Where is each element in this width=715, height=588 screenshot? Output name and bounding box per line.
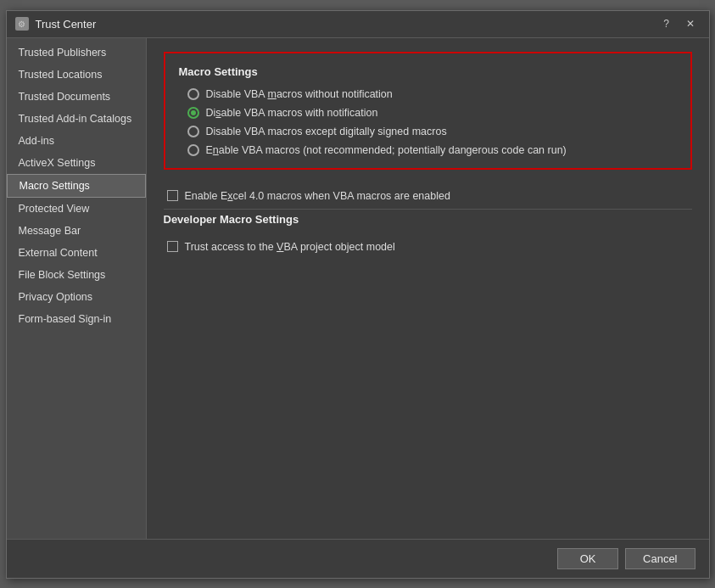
sidebar: Trusted Publishers Trusted Locations Tru… xyxy=(7,38,147,539)
dialog-icon: ⚙ xyxy=(15,17,29,31)
radio-circle-disable-notify xyxy=(187,107,199,119)
sidebar-item-macro-settings[interactable]: Macro Settings xyxy=(7,174,146,198)
sidebar-item-privacy-options[interactable]: Privacy Options xyxy=(7,286,146,308)
excel-macros-row: Enable Excel 4.0 macros when VBA macros … xyxy=(164,183,692,210)
sidebar-item-protected-view[interactable]: Protected View xyxy=(7,198,146,220)
macro-settings-title: Macro Settings xyxy=(179,65,677,78)
macro-settings-section: Macro Settings Disable VBA macros withou… xyxy=(164,52,692,170)
radio-disable-signed[interactable]: Disable VBA macros except digitally sign… xyxy=(187,126,677,137)
trust-center-dialog: ⚙ Trust Center ? ✕ Trusted Publishers Tr… xyxy=(6,10,710,579)
vba-access-row: Trust access to the VBA project object m… xyxy=(164,234,692,260)
excel-macros-label: Enable Excel 4.0 macros when VBA macros … xyxy=(185,190,450,202)
vba-access-label: Trust access to the VBA project object m… xyxy=(185,241,395,253)
sidebar-item-form-based-sign-in[interactable]: Form-based Sign-in xyxy=(7,308,146,330)
radio-label-enable-all: Enable VBA macros (not recommended; pote… xyxy=(206,144,567,156)
radio-label-disable-signed: Disable VBA macros except digitally sign… xyxy=(206,126,447,137)
sidebar-item-trusted-documents[interactable]: Trusted Documents xyxy=(7,86,146,108)
radio-label-disable-no-notify: Disable VBA macros without notification xyxy=(206,88,393,100)
radio-label-disable-notify: Disable VBA macros with notification xyxy=(206,107,378,119)
sidebar-item-trusted-add-in-catalogs[interactable]: Trusted Add-in Catalogs xyxy=(7,108,146,130)
ok-button[interactable]: OK xyxy=(557,548,618,569)
sidebar-item-add-ins[interactable]: Add-ins xyxy=(7,130,146,152)
radio-group: Disable VBA macros without notification … xyxy=(179,88,677,156)
sidebar-item-file-block-settings[interactable]: File Block Settings xyxy=(7,264,146,286)
radio-disable-notify[interactable]: Disable VBA macros with notification xyxy=(187,107,677,119)
radio-circle-disable-no-notify xyxy=(187,88,199,100)
excel-macros-checkbox[interactable] xyxy=(167,190,178,201)
sidebar-item-external-content[interactable]: External Content xyxy=(7,242,146,264)
sidebar-item-message-bar[interactable]: Message Bar xyxy=(7,220,146,242)
cancel-button[interactable]: Cancel xyxy=(625,548,695,569)
dialog-body: Trusted Publishers Trusted Locations Tru… xyxy=(7,38,709,539)
radio-enable-all[interactable]: Enable VBA macros (not recommended; pote… xyxy=(187,144,677,156)
content-area: Macro Settings Disable VBA macros withou… xyxy=(147,38,709,539)
dialog-title: Trust Center xyxy=(36,18,97,31)
title-bar: ⚙ Trust Center ? ✕ xyxy=(7,11,709,38)
developer-section-title: Developer Macro Settings xyxy=(164,213,692,226)
title-bar-left: ⚙ Trust Center xyxy=(15,17,97,31)
sidebar-item-activex-settings[interactable]: ActiveX Settings xyxy=(7,152,146,174)
vba-access-checkbox[interactable] xyxy=(167,241,178,252)
radio-circle-disable-signed xyxy=(187,126,199,137)
title-bar-controls: ? ✕ xyxy=(656,15,701,32)
dialog-footer: OK Cancel xyxy=(7,539,709,578)
sidebar-item-trusted-publishers[interactable]: Trusted Publishers xyxy=(7,42,146,64)
developer-section: Developer Macro Settings Trust access to… xyxy=(164,213,692,260)
radio-circle-enable-all xyxy=(187,144,199,156)
close-button[interactable]: ✕ xyxy=(680,15,701,32)
sidebar-item-trusted-locations[interactable]: Trusted Locations xyxy=(7,64,146,86)
radio-disable-no-notify[interactable]: Disable VBA macros without notification xyxy=(187,88,677,100)
help-button[interactable]: ? xyxy=(656,15,677,32)
